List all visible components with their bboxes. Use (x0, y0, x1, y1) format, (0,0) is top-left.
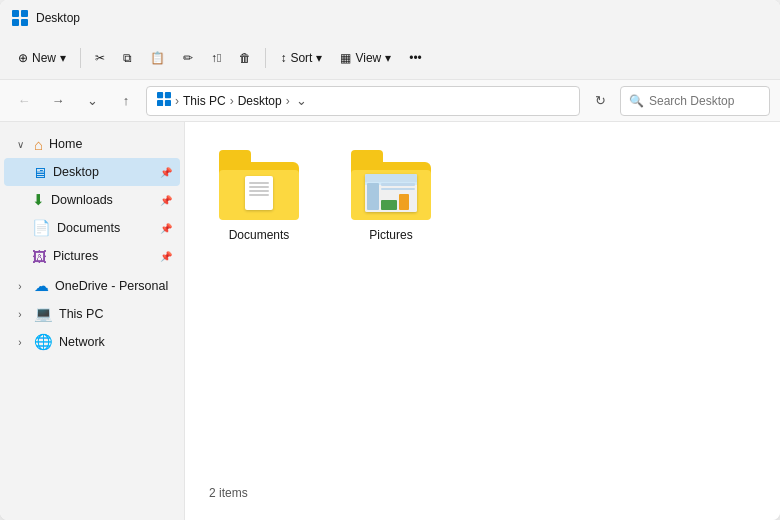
sort-arrow: ▾ (316, 51, 322, 65)
view-icon: ▦ (340, 51, 351, 65)
documents-pin-icon: 📌 (160, 223, 172, 234)
refresh-button[interactable]: ↻ (586, 87, 614, 115)
path-separator-3: › (286, 94, 290, 108)
desktop-pin-icon: 📌 (160, 167, 172, 178)
copy-icon: ⧉ (123, 51, 132, 65)
view-arrow: ▾ (385, 51, 391, 65)
back-button[interactable]: ← (10, 87, 38, 115)
recent-button[interactable]: ⌄ (78, 87, 106, 115)
svg-rect-7 (165, 100, 171, 106)
share-button[interactable]: ↑⃝ (203, 42, 229, 74)
downloads-icon: ⬇ (32, 191, 45, 209)
more-button[interactable]: ••• (401, 42, 430, 74)
up-button[interactable]: ↑ (112, 87, 140, 115)
toolbar-separator-1 (80, 48, 81, 68)
share-icon: ↑⃝ (211, 51, 221, 65)
screenshot-inner (365, 174, 417, 212)
home-icon: ⌂ (34, 136, 43, 153)
file-item-documents[interactable]: Documents (209, 142, 309, 250)
onedrive-icon: ☁ (34, 277, 49, 295)
search-box: 🔍 (620, 86, 770, 116)
folder-icon-pictures (351, 150, 431, 220)
file-area: Documents (185, 122, 780, 520)
home-expand-icon: ∨ (12, 136, 28, 152)
sidebar-item-downloads[interactable]: ⬇ Downloads 📌 (4, 186, 180, 214)
path-separator-1: › (175, 94, 179, 108)
thispc-expand-icon: › (12, 306, 28, 322)
status-text: 2 items (209, 486, 248, 500)
pictures-pin-icon: 📌 (160, 251, 172, 262)
onedrive-expand-icon: › (12, 278, 28, 294)
downloads-pin-icon: 📌 (160, 195, 172, 206)
toolbar-separator-2 (265, 48, 266, 68)
sidebar-item-onedrive[interactable]: › ☁ OneDrive - Personal (4, 272, 180, 300)
downloads-label: Downloads (51, 193, 154, 207)
path-dropdown-button[interactable]: ⌄ (294, 91, 309, 110)
view-label: View (355, 51, 381, 65)
window-icon (12, 10, 28, 26)
sidebar: ∨ ⌂ Home 🖥 Desktop 📌 ⬇ Downloads 📌 (0, 122, 185, 520)
sidebar-item-network[interactable]: › 🌐 Network (4, 328, 180, 356)
sidebar-item-pictures[interactable]: 🖼 Pictures 📌 (4, 242, 180, 270)
thispc-label: This PC (59, 307, 172, 321)
pictures-label: Pictures (53, 249, 154, 263)
more-icon: ••• (409, 51, 422, 65)
sidebar-item-documents[interactable]: 📄 Documents 📌 (4, 214, 180, 242)
main-content: ∨ ⌂ Home 🖥 Desktop 📌 ⬇ Downloads 📌 (0, 122, 780, 520)
new-button[interactable]: ⊕ New ▾ (10, 42, 74, 74)
ss-col2 (381, 200, 397, 210)
new-plus-icon: ⊕ (18, 51, 28, 65)
search-icon: 🔍 (629, 94, 644, 108)
ss-col3 (399, 194, 409, 210)
file-item-pictures[interactable]: Pictures (341, 142, 441, 250)
desktop-label: Desktop (53, 165, 154, 179)
file-explorer-window: Desktop ⊕ New ▾ ✂ ⧉ 📋 ✏ ↑⃝ 🗑 ↕ Sort (0, 0, 780, 520)
toolbar: ⊕ New ▾ ✂ ⧉ 📋 ✏ ↑⃝ 🗑 ↕ Sort ▾ ▦ (0, 36, 780, 80)
svg-rect-2 (12, 19, 19, 26)
sort-label: Sort (290, 51, 312, 65)
files-grid: Documents (209, 142, 756, 250)
pictures-icon: 🖼 (32, 248, 47, 265)
documents-icon: 📄 (32, 219, 51, 237)
delete-button[interactable]: 🗑 (231, 42, 259, 74)
svg-rect-0 (12, 10, 19, 17)
file-name-pictures: Pictures (369, 228, 412, 242)
delete-icon: 🗑 (239, 51, 251, 65)
screenshot-bar (365, 174, 417, 182)
paste-button[interactable]: 📋 (142, 42, 173, 74)
folder-screenshot-overlay (365, 174, 417, 212)
network-expand-icon: › (12, 334, 28, 350)
sort-button[interactable]: ↕ Sort ▾ (272, 42, 330, 74)
sidebar-item-home[interactable]: ∨ ⌂ Home (4, 130, 180, 158)
network-label: Network (59, 335, 172, 349)
folder-icon-documents (219, 150, 299, 220)
forward-button[interactable]: → (44, 87, 72, 115)
path-desktop: Desktop (238, 94, 282, 108)
title-bar: Desktop (0, 0, 780, 36)
sort-icon: ↕ (280, 51, 286, 65)
cut-icon: ✂ (95, 51, 105, 65)
path-separator-2: › (230, 94, 234, 108)
paste-icon: 📋 (150, 51, 165, 65)
sidebar-item-desktop[interactable]: 🖥 Desktop 📌 (4, 158, 180, 186)
screenshot-content (367, 183, 415, 210)
svg-rect-4 (157, 92, 163, 98)
view-button[interactable]: ▦ View ▾ (332, 42, 399, 74)
network-icon: 🌐 (34, 333, 53, 351)
sidebar-section-home: ∨ ⌂ Home 🖥 Desktop 📌 ⬇ Downloads 📌 (0, 130, 184, 270)
rename-button[interactable]: ✏ (175, 42, 201, 74)
copy-button[interactable]: ⧉ (115, 42, 140, 74)
sidebar-item-thispc[interactable]: › 💻 This PC (4, 300, 180, 328)
cut-button[interactable]: ✂ (87, 42, 113, 74)
window-title: Desktop (36, 11, 80, 25)
rename-icon: ✏ (183, 51, 193, 65)
search-input[interactable] (649, 94, 761, 108)
new-dropdown-arrow: ▾ (60, 51, 66, 65)
ss-col1 (367, 183, 379, 210)
address-path[interactable]: › This PC › Desktop › ⌄ (146, 86, 580, 116)
svg-rect-1 (21, 10, 28, 17)
status-bar: 2 items (209, 474, 756, 500)
onedrive-label: OneDrive - Personal (55, 279, 172, 293)
home-label: Home (49, 137, 172, 151)
folder-paper-overlay (245, 176, 273, 210)
